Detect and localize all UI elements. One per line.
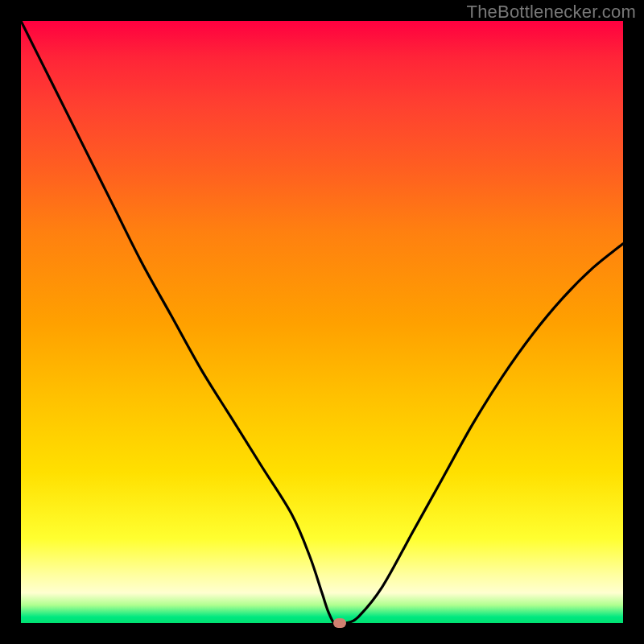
optimal-point-marker [333,618,346,628]
plot-area [21,21,623,623]
chart-frame: TheBottlenecker.com [0,0,644,644]
watermark-label: TheBottlenecker.com [467,2,636,23]
bottleneck-curve [21,21,623,623]
